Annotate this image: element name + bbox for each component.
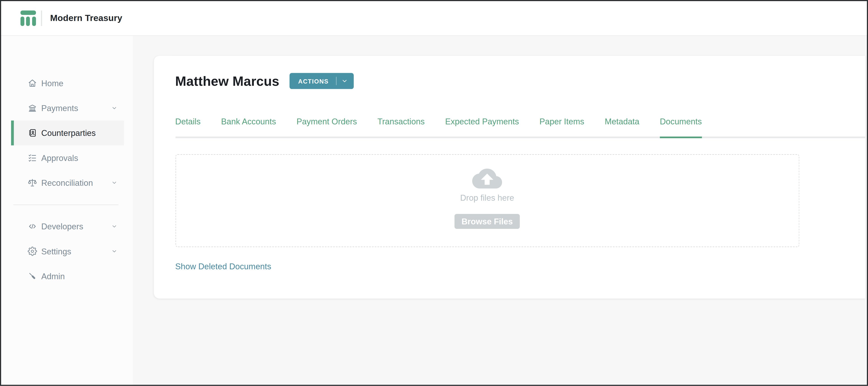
tab-expected-payments[interactable]: Expected Payments	[445, 116, 519, 136]
sidebar-item-label: Counterparties	[41, 128, 117, 138]
sidebar-item-label: Developers	[41, 221, 111, 231]
tab-bar: Details Bank Accounts Payment Orders Tra…	[175, 116, 865, 138]
contact-book-icon	[27, 128, 37, 138]
sidebar-item-counterparties[interactable]: Counterparties	[11, 120, 124, 145]
chevron-down-icon	[111, 105, 117, 111]
gear-icon	[27, 246, 37, 256]
modern-treasury-logo-icon[interactable]	[20, 11, 36, 26]
scale-icon	[27, 178, 37, 187]
title-row: Matthew Marcus ACTIONS	[175, 72, 865, 90]
tab-paper-items[interactable]: Paper Items	[539, 116, 584, 136]
chevron-down-icon	[111, 248, 117, 254]
chevron-down-icon[interactable]	[336, 78, 353, 84]
app-window: Modern Treasury Home Payments	[0, 0, 868, 386]
sidebar-item-settings[interactable]: Settings	[11, 239, 124, 264]
sidebar-divider	[13, 205, 118, 205]
sidebar-item-label: Settings	[41, 246, 111, 256]
checklist-icon	[27, 153, 37, 163]
tab-payment-orders[interactable]: Payment Orders	[297, 116, 357, 136]
brand-name: Modern Treasury	[50, 13, 122, 23]
drop-files-text: Drop files here	[460, 193, 514, 203]
sidebar-item-reconciliation[interactable]: Reconciliation	[11, 170, 124, 195]
file-dropzone[interactable]: Drop files here Browse Files	[175, 154, 799, 247]
browse-files-button[interactable]: Browse Files	[454, 214, 520, 229]
bank-icon	[27, 103, 37, 113]
brand-divider	[41, 11, 42, 26]
sidebar-item-approvals[interactable]: Approvals	[11, 145, 124, 170]
chevron-down-icon	[111, 223, 117, 229]
main-content: Matthew Marcus ACTIONS Details Bank Acco…	[133, 36, 867, 385]
sidebar-item-label: Home	[41, 78, 117, 88]
sidebar: Home Payments Counterparties	[1, 36, 133, 385]
home-icon	[27, 78, 37, 88]
sidebar-item-developers[interactable]: Developers	[11, 214, 124, 239]
chevron-down-icon	[111, 180, 117, 186]
sidebar-item-label: Admin	[41, 271, 117, 281]
actions-button[interactable]: ACTIONS	[289, 73, 353, 89]
sidebar-item-label: Reconciliation	[41, 178, 111, 187]
cloud-upload-icon	[472, 169, 502, 188]
top-header: Modern Treasury	[1, 1, 867, 36]
sidebar-item-label: Payments	[41, 103, 111, 113]
sidebar-item-home[interactable]: Home	[11, 71, 124, 96]
page-title: Matthew Marcus	[175, 73, 279, 89]
tab-transactions[interactable]: Transactions	[377, 116, 425, 136]
actions-button-label: ACTIONS	[289, 78, 336, 84]
tab-details[interactable]: Details	[175, 116, 200, 136]
sidebar-item-label: Approvals	[41, 153, 117, 163]
show-deleted-documents-link[interactable]: Show Deleted Documents	[175, 261, 271, 271]
tab-bank-accounts[interactable]: Bank Accounts	[221, 116, 276, 136]
code-icon	[27, 221, 37, 231]
screwdriver-icon	[27, 271, 37, 281]
tab-documents[interactable]: Documents	[660, 116, 702, 138]
sidebar-item-payments[interactable]: Payments	[11, 96, 124, 120]
tab-metadata[interactable]: Metadata	[604, 116, 639, 136]
sidebar-item-admin[interactable]: Admin	[11, 264, 124, 288]
counterparty-card: Matthew Marcus ACTIONS Details Bank Acco…	[154, 56, 865, 298]
